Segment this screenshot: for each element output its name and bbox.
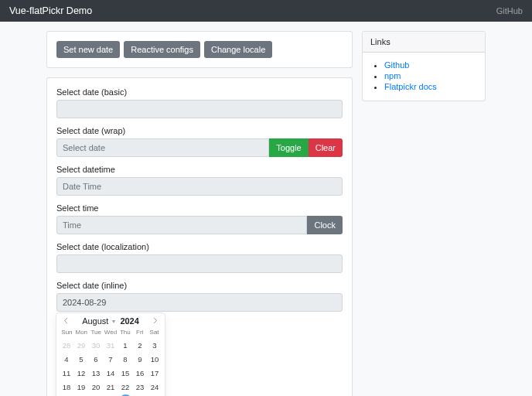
label-time: Select time [56,203,343,213]
calendar-day[interactable]: 19 [75,381,88,394]
link-item[interactable]: npm [384,71,401,80]
calendar: August ▾ 2024 SunMonTueWedThuFriSat 2829… [56,313,165,396]
label-localization: Select date (localization) [56,242,343,251]
label-wrap: Select date (wrap) [56,126,343,135]
prev-month-icon[interactable] [61,316,71,327]
calendar-day[interactable]: 29 [75,339,88,352]
links-card: Links GithubnpmFlatpickr docs [362,31,486,101]
clear-button[interactable]: Clear [309,138,343,157]
weekday: Tue [89,329,104,336]
calendar-day[interactable]: 8 [119,353,132,366]
input-localization[interactable] [56,254,343,273]
calendar-days: 2829303112345678910111213141516171819202… [56,337,165,396]
github-link[interactable]: GitHub [496,6,523,15]
current-year[interactable]: 2024 [120,316,138,326]
weekday: Thu [118,329,132,336]
calendar-day[interactable]: 22 [119,381,132,394]
calendar-day[interactable]: 2 [134,339,147,352]
form-card: Select date (basic) Select date (wrap) T… [46,77,353,396]
calendar-weekdays: SunMonTueWedThuFriSat [56,329,165,337]
brand[interactable]: Vue-flatPickr Demo [9,5,92,16]
change-locale-button[interactable]: Change locale [204,41,272,58]
current-month[interactable]: August [82,316,108,326]
weekday: Fri [132,329,147,336]
calendar-day[interactable]: 20 [90,381,103,394]
toggle-button[interactable]: Toggle [269,138,308,157]
weekday: Sun [60,329,74,336]
calendar-header: August ▾ 2024 [56,313,165,329]
calendar-day[interactable]: 18 [60,381,73,394]
link-item[interactable]: Github [384,60,409,70]
calendar-day[interactable]: 4 [60,353,73,366]
weekday: Wed [104,329,118,336]
calendar-day[interactable]: 24 [148,381,162,394]
label-datetime: Select datetime [56,165,343,174]
input-basic[interactable] [56,100,343,118]
navbar: Vue-flatPickr Demo GitHub [0,0,532,22]
label-inline: Select date (inline) [56,281,343,290]
calendar-day[interactable]: 16 [134,367,147,380]
calendar-day[interactable]: 28 [60,339,73,352]
calendar-day[interactable]: 23 [134,381,147,394]
clock-button[interactable]: Clock [307,216,343,234]
calendar-day[interactable]: 9 [134,353,147,366]
calendar-day[interactable]: 14 [104,367,118,380]
links-list: GithubnpmFlatpickr docs [363,53,485,101]
calendar-day[interactable]: 7 [104,353,118,366]
buttons-card: Set new date Reactive configs Change loc… [46,31,353,68]
calendar-day[interactable]: 3 [148,339,162,352]
calendar-day[interactable]: 31 [104,339,118,352]
weekday: Mon [74,329,89,336]
wrap-group: Toggle Clear [56,138,343,157]
input-datetime[interactable] [56,177,343,196]
link-item[interactable]: Flatpickr docs [384,82,437,91]
input-wrap[interactable] [56,138,269,157]
calendar-day[interactable]: 1 [119,339,132,352]
label-basic: Select date (basic) [56,87,343,97]
input-inline[interactable] [56,293,343,312]
calendar-day[interactable]: 6 [90,353,103,366]
calendar-day[interactable]: 13 [90,367,103,380]
calendar-day[interactable]: 21 [104,381,118,394]
reactive-configs-button[interactable]: Reactive configs [124,41,200,58]
weekday: Sat [147,329,162,336]
set-new-date-button[interactable]: Set new date [56,41,120,58]
calendar-day[interactable]: 30 [90,339,103,352]
links-title: Links [363,32,485,53]
calendar-day[interactable]: 11 [60,367,73,380]
calendar-day[interactable]: 5 [75,353,88,366]
calendar-day[interactable]: 17 [148,367,162,380]
time-group: Clock [56,216,343,234]
calendar-day[interactable]: 12 [75,367,88,380]
next-month-icon[interactable] [150,316,160,327]
calendar-day[interactable]: 15 [119,367,132,380]
input-time[interactable] [56,216,307,234]
calendar-day[interactable]: 10 [148,353,162,366]
chevron-down-icon: ▾ [112,318,115,325]
